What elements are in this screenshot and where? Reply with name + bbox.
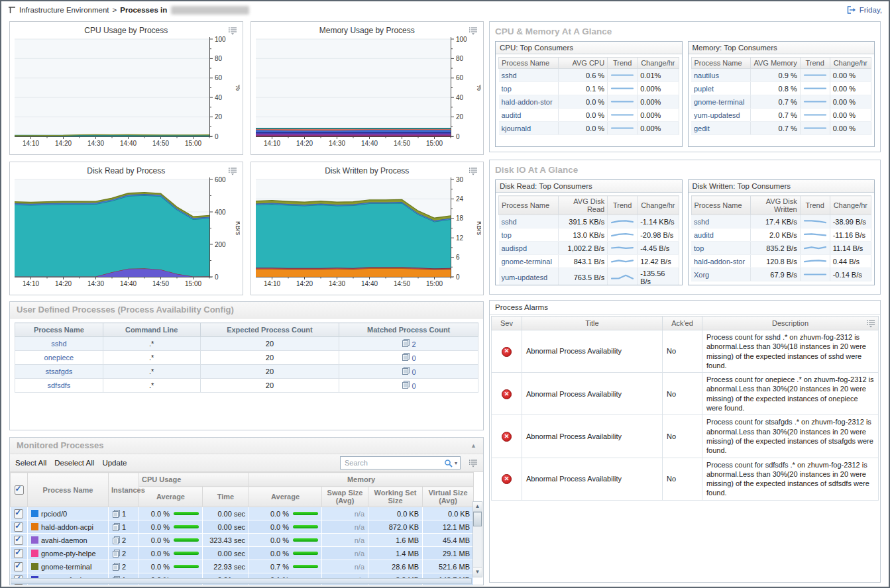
table-row[interactable]: hald-addon-stor0.0 %0.00% — [499, 95, 679, 109]
scroll-up-button[interactable]: ▲ — [473, 502, 482, 512]
table-row[interactable]: sshd0.6 %0.01% — [499, 69, 679, 82]
scroll-down-button[interactable]: ▼ — [473, 567, 482, 577]
process-link[interactable]: onepiece — [44, 354, 74, 362]
row-checkbox[interactable] — [14, 549, 23, 558]
scrollbar-thumb[interactable] — [473, 512, 482, 526]
alarm-row[interactable]: ✕Abnormal Process AvailabilityNoProcess … — [492, 458, 879, 500]
process-row[interactable]: hald-addon-acpi10.0 %0.00 sec0.0 %n/a872… — [11, 520, 474, 534]
severity-critical-icon[interactable]: ✕ — [502, 347, 512, 357]
process-link[interactable]: gnome-terminal — [694, 98, 744, 106]
table-row[interactable]: auditd2.0 KB/s-11.16 B/s — [691, 228, 871, 242]
table-row[interactable]: sshd.*202 — [15, 337, 478, 351]
column-header[interactable]: Description — [772, 319, 808, 327]
table-row[interactable]: yum-updatesd763.5 B/s-135.56 B/s — [499, 268, 679, 286]
column-header[interactable]: AVG CPU — [559, 58, 608, 69]
column-header[interactable]: Virtual Size (Avg) — [423, 487, 474, 507]
table-row[interactable]: gnome-terminal843.1 B/s12.42 B/s — [499, 255, 679, 268]
column-header[interactable]: Swap Size (Avg) — [322, 487, 368, 507]
column-header[interactable]: Ack'ed — [663, 317, 702, 330]
matched-count[interactable]: 0 — [412, 354, 416, 362]
process-link[interactable]: sshd — [502, 72, 517, 79]
table-row[interactable]: top0.1 %0.00% — [499, 82, 679, 95]
process-link[interactable]: nautilus — [694, 72, 719, 79]
column-header[interactable]: Trend — [608, 58, 638, 69]
process-row[interactable]: rpciod/010.0 %0.00 sec0.0 %n/a0.0 KB0.0 … — [11, 507, 474, 520]
table-menu-icon[interactable] — [866, 319, 875, 328]
process-link[interactable]: top — [694, 244, 704, 252]
column-header[interactable]: Process Name — [691, 196, 751, 215]
matched-count[interactable]: 0 — [412, 382, 416, 390]
process-link[interactable]: puplet — [694, 85, 714, 93]
column-header[interactable]: Title — [522, 317, 663, 330]
table-row[interactable]: kjournald0.0 %0.00% — [499, 122, 679, 135]
table-row[interactable]: onepiece.*200 — [15, 351, 478, 365]
table-menu-icon[interactable] — [469, 459, 478, 467]
deselect-all-button[interactable]: Deselect All — [54, 459, 94, 467]
column-header[interactable]: Change/hr — [830, 58, 871, 69]
column-header[interactable]: AVG Disk Read — [558, 196, 607, 215]
severity-critical-icon[interactable]: ✕ — [502, 432, 512, 442]
process-link[interactable]: sshd — [694, 218, 709, 226]
matched-count[interactable]: 0 — [412, 368, 416, 376]
process-row[interactable]: gnome-pty-helpe20.0 %0.00 sec0.0 %n/a1.4… — [11, 547, 474, 560]
column-header[interactable]: Average — [139, 487, 203, 507]
process-link[interactable]: top — [502, 85, 512, 93]
vertical-scrollbar[interactable]: ▲ ▼ — [473, 501, 482, 577]
table-row[interactable]: nautilus0.9 %0.00 % — [691, 69, 871, 82]
column-header[interactable]: Change/hr — [830, 196, 871, 215]
row-checkbox[interactable] — [14, 562, 23, 571]
column-header[interactable]: Change/hr — [638, 58, 679, 69]
alarm-row[interactable]: ✕Abnormal Process AvailabilityNoProcess … — [492, 330, 879, 373]
table-row[interactable]: stsafgds.*200 — [15, 365, 478, 379]
column-header[interactable]: Expected Process Count — [200, 323, 339, 337]
process-row[interactable]: gnome-terminal20.0 %22.93 sec0.7 %n/a28.… — [11, 560, 474, 573]
column-header[interactable]: AVG Memory — [751, 58, 800, 69]
table-row[interactable]: puplet0.8 %0.00 % — [691, 82, 871, 95]
process-link[interactable]: yum-updatesd — [694, 111, 740, 119]
process-link[interactable]: auditd — [694, 231, 714, 239]
process-link[interactable]: gnome-terminal — [502, 258, 552, 266]
column-header[interactable]: Process Name — [499, 196, 559, 215]
collapse-icon[interactable]: ▲ — [471, 438, 476, 454]
table-row[interactable]: yum-updatesd0.7 %0.00 % — [691, 109, 871, 122]
table-row[interactable]: Xorg67.9 B/s-0.14 B/s — [691, 268, 871, 281]
column-header[interactable]: Trend — [800, 58, 830, 69]
chart-menu-icon[interactable] — [469, 167, 478, 175]
select-all-checkbox[interactable] — [15, 485, 24, 495]
row-checkbox[interactable] — [14, 536, 23, 545]
process-link[interactable]: sdfsdfs — [47, 381, 70, 389]
column-header[interactable]: Command Line — [103, 323, 200, 337]
process-link[interactable]: hald-addon-stor — [502, 98, 553, 106]
search-icon[interactable] — [444, 459, 453, 467]
column-header[interactable]: Process Name — [499, 58, 559, 69]
column-header[interactable]: Average — [249, 487, 322, 507]
process-link[interactable]: yum-updatesd — [502, 273, 548, 281]
process-link[interactable]: hald-addon-stor — [694, 258, 745, 266]
table-row[interactable]: top13.0 KB/s-20.98 B/s — [499, 228, 679, 242]
matched-count[interactable]: 2 — [412, 340, 416, 348]
alarm-row[interactable]: ✕Abnormal Process AvailabilityNoProcess … — [492, 373, 879, 415]
chart-menu-icon[interactable] — [469, 26, 478, 35]
column-header[interactable]: Trend — [800, 196, 830, 215]
process-link[interactable]: stsafgds — [45, 368, 72, 375]
table-row[interactable]: gedit0.7 %0.00 % — [691, 122, 871, 135]
topology-icon[interactable] — [8, 6, 16, 14]
column-header[interactable]: Sev — [492, 317, 522, 330]
column-header[interactable]: Trend — [608, 196, 638, 215]
process-link[interactable]: Xorg — [694, 271, 709, 279]
table-row[interactable]: auditd0.0 %0.00% — [499, 109, 679, 122]
column-header[interactable]: Process Name — [15, 323, 103, 337]
process-link[interactable]: sshd — [51, 340, 66, 348]
breadcrumb-root[interactable]: Infrastructure Environment — [19, 6, 109, 14]
process-link[interactable]: top — [502, 231, 512, 239]
table-row[interactable]: hald-addon-stor120.8 B/s0.44 B/s — [691, 255, 871, 268]
column-header[interactable]: Working Set Size — [368, 487, 423, 507]
process-link[interactable]: audispd — [502, 244, 528, 252]
search-input[interactable] — [343, 458, 442, 467]
process-link[interactable]: kjournald — [502, 124, 531, 132]
signout-icon[interactable] — [847, 6, 856, 14]
process-link[interactable]: sshd — [502, 218, 517, 226]
column-header[interactable]: Process Name — [691, 58, 751, 69]
table-row[interactable]: sshd17.4 KB/s-38.99 B/s — [691, 215, 871, 228]
table-row[interactable]: top835.2 B/s11.14 B/s — [691, 242, 871, 255]
